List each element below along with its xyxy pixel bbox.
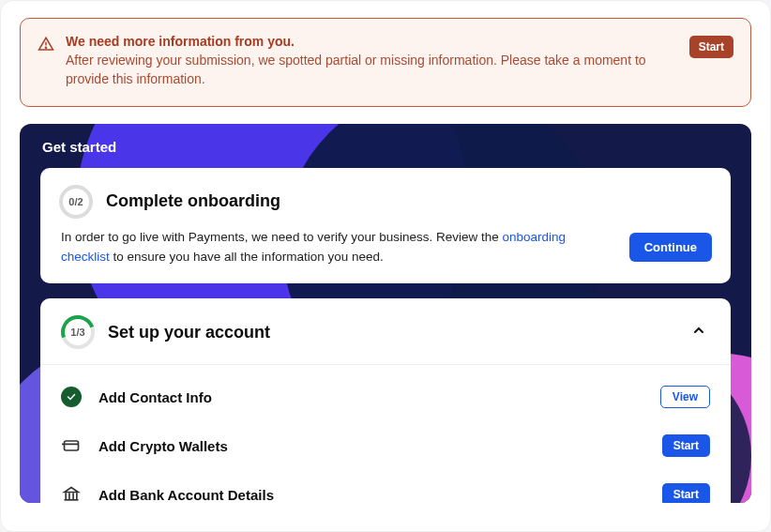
step-label: Add Crypto Wallets — [98, 438, 645, 454]
svg-point-1 — [45, 47, 46, 48]
svg-marker-4 — [65, 488, 79, 493]
onboarding-row: In order to go live with Payments, we ne… — [59, 228, 712, 267]
bank-icon — [61, 484, 82, 502]
setup-progress-text: 1/3 — [70, 327, 84, 338]
step-label: Add Contact Info — [98, 389, 643, 405]
start-button-crypto[interactable]: Start — [662, 434, 710, 457]
onboarding-title: Complete onboarding — [106, 191, 280, 211]
alert-description: After reviewing your submission, we spot… — [66, 51, 678, 89]
card-icon — [61, 435, 82, 456]
setup-title: Set up your account — [108, 323, 674, 342]
onboarding-progress-text: 0/2 — [68, 196, 83, 207]
onboarding-progress-ring: 0/2 — [59, 185, 93, 219]
setup-card-header: 1/3 Set up your account — [40, 298, 731, 365]
alert-banner: We need more information from you. After… — [20, 18, 751, 107]
start-button-bank[interactable]: Start — [662, 483, 710, 502]
view-button[interactable]: View — [660, 386, 710, 408]
panel-title: Get started — [42, 139, 731, 155]
onboarding-desc-after: to ensure you have all the information y… — [110, 250, 384, 264]
onboarding-desc-before: In order to go live with Payments, we ne… — [61, 230, 502, 244]
setup-progress-ring: 1/3 — [61, 315, 95, 349]
onboarding-card: 0/2 Complete onboarding In order to go l… — [40, 168, 731, 284]
get-started-panel: Get started 0/2 Complete onboarding In o… — [20, 124, 751, 503]
chevron-up-icon[interactable] — [688, 319, 710, 345]
step-contact-info: Add Contact Info View — [61, 372, 710, 421]
page: We need more information from you. After… — [0, 0, 771, 532]
check-icon — [61, 387, 82, 407]
setup-account-card: 1/3 Set up your account Add Contact Info… — [40, 298, 731, 502]
onboarding-card-header: 0/2 Complete onboarding — [59, 185, 712, 219]
alert-start-button[interactable]: Start — [689, 36, 733, 58]
alert-title: We need more information from you. — [66, 34, 678, 49]
svg-rect-2 — [65, 441, 79, 450]
alert-body: We need more information from you. After… — [66, 34, 678, 89]
step-bank-account: Add Bank Account Details Start — [61, 470, 710, 502]
continue-button[interactable]: Continue — [629, 233, 712, 262]
onboarding-description: In order to go live with Payments, we ne… — [59, 228, 612, 267]
step-label: Add Bank Account Details — [98, 487, 645, 503]
step-crypto-wallets: Add Crypto Wallets Start — [61, 421, 710, 470]
warning-icon — [38, 36, 54, 56]
setup-step-list: Add Contact Info View Add Crypto Wallets… — [40, 365, 731, 502]
